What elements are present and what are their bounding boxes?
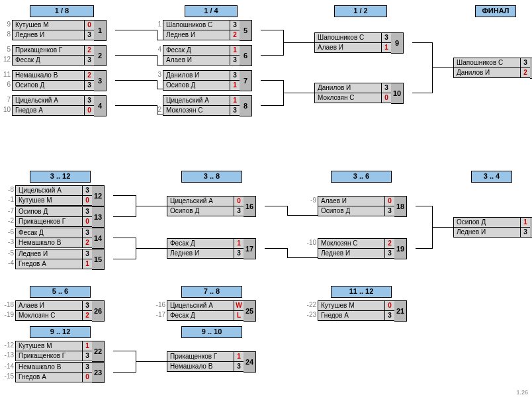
player-row: Фесак Д3: [15, 228, 93, 238]
match-number: 7: [240, 70, 252, 91]
bracket-connector: [157, 114, 163, 114]
match-number: 9: [391, 32, 404, 54]
player-name: Фесак Д: [163, 46, 230, 55]
player-row: Кутушев М0: [318, 300, 395, 311]
player-score: 1: [82, 259, 92, 269]
bracket-connector: [136, 248, 167, 249]
player-name: Цицельский А: [16, 186, 82, 195]
bracket-connector: [265, 206, 287, 206]
player-score: 2: [84, 71, 94, 80]
player-row: Моклозян С2: [15, 311, 93, 321]
player-row: Осипов Д3: [12, 81, 95, 91]
player-name: Алаев И: [163, 56, 230, 65]
player-row: Цицельский А3: [12, 95, 95, 106]
player-score: 3: [82, 228, 92, 238]
player-score: 1: [82, 341, 92, 351]
bracket-connector: [265, 248, 287, 249]
bracket-connector: [157, 80, 157, 89]
bracket-connector: [113, 195, 136, 196]
bracket-connector: [412, 93, 432, 93]
seed-number: -17: [155, 310, 165, 320]
bracket-connector: [261, 80, 283, 81]
match-number: 24: [244, 351, 256, 373]
player-score: 3: [520, 228, 530, 237]
player-name: Осипов Д: [16, 207, 82, 216]
seed-number: 10: [0, 105, 11, 114]
player-name: Леднев И: [167, 249, 234, 258]
player-row: Прикащенков Г3: [15, 351, 93, 361]
seed-number: -3: [3, 238, 14, 247]
player-name: Моклозян С: [163, 106, 230, 115]
player-name: Осипов Д: [318, 206, 384, 216]
seed-number: -13: [3, 351, 14, 360]
bracket-connector: [157, 55, 157, 65]
player-name: Кутушев М: [318, 301, 384, 310]
seed-number: -7: [3, 206, 14, 216]
player-row: Алаев И1: [314, 43, 392, 53]
seed-number: 1: [151, 20, 161, 29]
player-name: Гнедов А: [16, 373, 82, 382]
player-row: Фесак ДL: [167, 311, 244, 321]
player-name: Леднев И: [454, 228, 520, 237]
match-number: 22: [92, 341, 105, 362]
version-label: 1.26: [516, 389, 528, 396]
player-score: 0: [82, 196, 92, 205]
player-row: Немашкало В3: [167, 362, 244, 372]
player-score: 2: [82, 238, 92, 247]
player-score: 3: [234, 206, 244, 216]
match-number: 13: [92, 206, 105, 228]
player-name: Алаев И: [318, 197, 384, 206]
seed-number: -19: [3, 310, 14, 320]
seed-number: 9: [0, 20, 11, 29]
player-score: 3: [234, 249, 244, 258]
player-row: Осипов Д3: [15, 206, 93, 217]
player-name: Гнедов А: [16, 259, 82, 269]
player-name: Шапошников С: [315, 33, 381, 42]
player-name: Осипов Д: [454, 218, 520, 227]
player-score: 3: [82, 351, 92, 361]
player-row: Прикащенков Г0: [15, 217, 93, 227]
player-score: 0: [82, 373, 92, 382]
bracket-connector: [113, 351, 136, 351]
player-score: 3: [82, 207, 92, 216]
seed-number: -1: [3, 195, 14, 204]
bracket-connector: [287, 206, 288, 215]
player-score: 0: [384, 197, 394, 206]
player-score: 3: [381, 83, 391, 93]
player-name: Моклозян С: [16, 311, 82, 320]
player-name: Леднев И: [16, 249, 82, 259]
player-score: 3: [230, 71, 240, 80]
player-score: 1: [230, 96, 240, 105]
player-row: Данилов И2: [453, 68, 531, 78]
match-number: 5: [240, 20, 252, 41]
match-number: 21: [394, 300, 407, 322]
player-score: 3: [230, 106, 240, 115]
match-number: 4: [94, 95, 107, 116]
player-score: 2: [230, 30, 240, 40]
seed-number: -18: [3, 300, 14, 310]
bracket-connector: [115, 55, 157, 56]
player-score: 3: [381, 33, 391, 42]
player-row: Цицельский А0: [167, 196, 244, 206]
seed-number: -9: [306, 196, 316, 205]
player-name: Леднев И: [163, 30, 230, 40]
bracket-connector: [136, 361, 167, 362]
round-label: 7 .. 8: [181, 286, 242, 298]
player-score: 1: [234, 352, 244, 361]
player-row: Прикащенков Г2: [12, 45, 95, 56]
player-score: 3: [82, 363, 92, 372]
player-row: Фесак Д1: [163, 45, 240, 56]
player-row: Шапошников С3: [453, 58, 531, 68]
player-name: Цицельский А: [167, 197, 234, 206]
player-name: Шапошников С: [454, 58, 520, 67]
round-label: ФИНАЛ: [475, 5, 516, 17]
player-row: Прикащенков Г1: [167, 351, 244, 362]
match-number: 3: [94, 70, 107, 91]
player-row: Осипов Д3: [167, 206, 244, 216]
player-row: Моклозян С2: [318, 238, 395, 249]
player-row: Шапошников С3: [314, 32, 392, 43]
player-row: Гнедов А0: [12, 106, 95, 116]
player-name: Кутушев М: [16, 196, 82, 205]
bracket-connector: [261, 30, 283, 30]
round-label: 3 .. 4: [471, 171, 512, 183]
